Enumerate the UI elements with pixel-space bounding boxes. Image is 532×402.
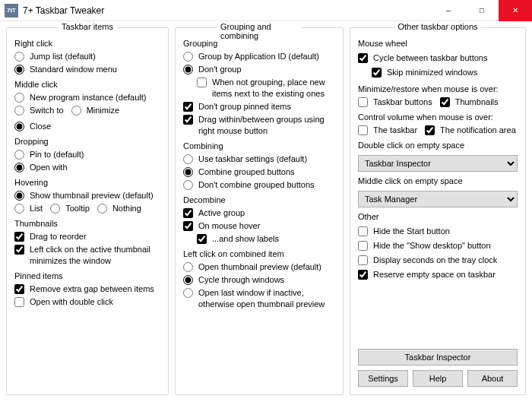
radio-use-settings[interactable]: Use taskbar settings (default) xyxy=(183,154,335,165)
radio-cycle[interactable]: Cycle through windows xyxy=(183,274,335,286)
radio-show-thumb[interactable]: Show thumbnail preview (default) xyxy=(14,190,160,201)
radio-standard-menu[interactable]: Standard window menu xyxy=(14,64,160,75)
check-left-click-active[interactable]: Left click on the active thumbnail minim… xyxy=(14,244,160,267)
radio-open-with[interactable]: Open with xyxy=(14,162,160,173)
mouse-wheel-heading: Mouse wheel xyxy=(358,39,518,48)
check-cycle-buttons[interactable]: Cycle between taskbar buttons xyxy=(358,52,518,64)
radio-by-appid[interactable]: Group by Application ID (default) xyxy=(183,51,335,62)
radio-combine-grouped[interactable]: Combine grouped buttons xyxy=(183,166,335,178)
dbl-click-select[interactable]: Taskbar Inspector xyxy=(358,155,518,172)
right-click-heading: Right click xyxy=(14,39,160,48)
radio-new-program[interactable]: New program instance (default) xyxy=(14,92,160,103)
minimize-button[interactable]: – xyxy=(432,0,465,21)
radio-pin-to[interactable]: Pin to (default) xyxy=(14,149,160,160)
pinned-heading: Pinned items xyxy=(14,271,160,280)
check-hide-start[interactable]: Hide the Start button xyxy=(358,226,518,237)
check-the-taskbar[interactable]: The taskbar xyxy=(358,125,417,136)
grouping-combining-group: Grouping and combining Grouping Group by… xyxy=(175,27,344,395)
other-options-group: Other taskbar options Mouse wheel Cycle … xyxy=(350,27,526,395)
radio-open-thumb[interactable]: Open thumbnail preview (default) xyxy=(183,261,335,273)
check-dont-group-pinned[interactable]: Don't group pinned items xyxy=(183,101,335,112)
radio-dont-combine[interactable]: Don't combine grouped buttons xyxy=(183,179,335,191)
check-open-dbl[interactable]: Open with double click xyxy=(14,296,160,308)
check-thumbnails[interactable]: Thumbnails xyxy=(440,97,499,108)
left-click-combined-heading: Left click on combined item xyxy=(183,249,335,258)
help-button[interactable]: Help xyxy=(413,370,463,387)
titlebar: 7tT 7+ Taskbar Tweaker – □ ✕ xyxy=(0,0,532,21)
window-title: 7+ Taskbar Tweaker xyxy=(23,5,104,16)
check-notif-area[interactable]: The notification area xyxy=(425,125,516,136)
app-icon: 7tT xyxy=(5,4,18,17)
radio-open-last[interactable]: Open last window if inactive, otherwise … xyxy=(183,287,335,310)
check-remove-gap[interactable]: Remove extra gap between items xyxy=(14,283,160,295)
check-drag-within[interactable]: Drag within/between groups using right m… xyxy=(183,114,335,137)
about-button[interactable]: About xyxy=(467,370,518,387)
check-show-labels[interactable]: ...and show labels xyxy=(197,233,335,245)
check-active-group[interactable]: Active group xyxy=(183,207,335,219)
min-restore-heading: Minimize/restore when mouse is over: xyxy=(358,84,518,93)
hovering-heading: Hovering xyxy=(14,178,160,187)
radio-minimize[interactable]: Minimize xyxy=(71,105,119,116)
group-title: Taskbar items xyxy=(59,22,116,31)
thumbnails-heading: Thumbnails xyxy=(14,219,160,228)
mid-click-heading: Middle click on empty space xyxy=(358,176,518,185)
radio-close[interactable]: Close xyxy=(14,121,51,132)
close-button[interactable]: ✕ xyxy=(499,0,532,21)
radio-switch-to[interactable]: Switch to xyxy=(14,105,64,116)
taskbar-inspector-button[interactable]: Taskbar Inspector xyxy=(358,349,518,366)
mid-click-select[interactable]: Task Manager xyxy=(358,191,518,207)
middle-click-heading: Middle click xyxy=(14,80,160,89)
combining-heading: Combining xyxy=(183,141,335,150)
dropping-heading: Dropping xyxy=(14,137,160,146)
group-title: Other taskbar options xyxy=(394,22,480,31)
radio-nothing[interactable]: Nothing xyxy=(97,203,141,214)
radio-tooltip[interactable]: Tooltip xyxy=(50,203,90,214)
maximize-button[interactable]: □ xyxy=(465,0,499,21)
check-reserve-empty[interactable]: Reserve empty space on taskbar xyxy=(358,269,518,280)
dbl-click-heading: Double click on empty space xyxy=(358,141,518,150)
check-skip-minimized[interactable]: Skip minimized windows xyxy=(372,67,518,78)
check-taskbar-buttons[interactable]: Taskbar buttons xyxy=(358,97,432,108)
taskbar-items-group: Taskbar items Right click Jump list (def… xyxy=(6,27,169,395)
check-drag-reorder[interactable]: Drag to reorder xyxy=(14,231,160,242)
radio-list[interactable]: List xyxy=(14,203,43,214)
group-title: Grouping and combining xyxy=(217,22,301,40)
other-heading: Other xyxy=(358,212,518,221)
decombine-heading: Decombine xyxy=(183,195,335,204)
radio-jump-list[interactable]: Jump list (default) xyxy=(14,51,160,62)
check-place-new[interactable]: When not grouping, place new items next … xyxy=(197,77,335,100)
check-display-seconds[interactable]: Display seconds on the tray clock xyxy=(358,255,518,266)
control-volume-heading: Control volume when mouse is over: xyxy=(358,112,518,122)
radio-dont-group[interactable]: Don't group xyxy=(183,64,335,75)
check-hide-show-desktop[interactable]: Hide the "Show desktop" button xyxy=(358,240,518,252)
settings-button[interactable]: Settings xyxy=(358,370,408,387)
check-on-hover[interactable]: On mouse hover xyxy=(183,220,335,232)
